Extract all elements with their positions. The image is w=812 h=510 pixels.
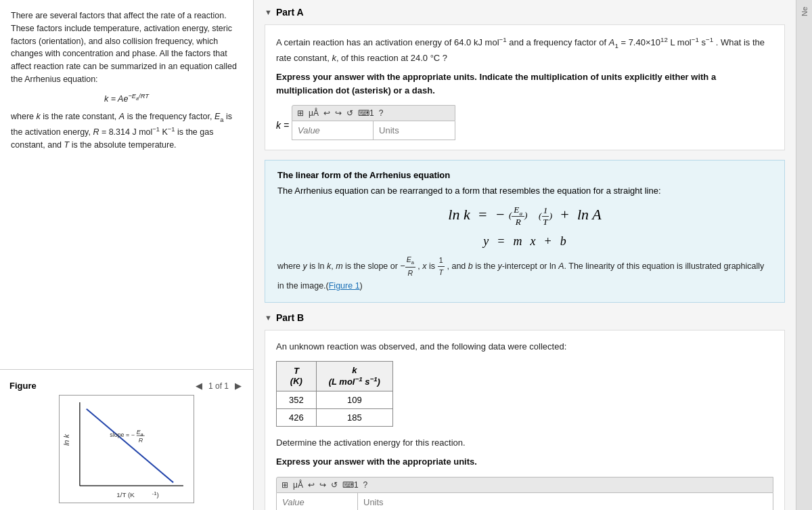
svg-text:1/T (K: 1/T (K: [116, 491, 135, 498]
toolbar-a-units-icon[interactable]: μÅ: [307, 107, 321, 119]
part-b-header[interactable]: ▼ Part B: [265, 312, 785, 323]
figure-link[interactable]: Figure 1: [329, 281, 360, 291]
svg-line-2: [87, 409, 173, 483]
part-a-units-input[interactable]: [374, 121, 455, 140]
toolbar-b: ⊞ μÅ ↩ ↪ ↺ ⌨1 ?: [276, 477, 773, 493]
where-text: where y is ln k, m is the slope or −EaR …: [277, 254, 772, 293]
toolbar-b-units-icon[interactable]: μÅ: [291, 479, 305, 491]
k-label: k =: [276, 105, 289, 131]
toolbar-b-help-button[interactable]: ?: [361, 479, 370, 491]
figure-header: Figure ◀ 1 of 1 ▶: [0, 377, 253, 395]
part-a-label: Part A: [276, 7, 304, 18]
toolbar-b-grid-icon[interactable]: ⊞: [279, 479, 290, 491]
figure-svg: ln k 1/T (K -1 ) slope = − E a R: [60, 396, 194, 503]
svg-text:R: R: [139, 437, 143, 444]
part-b-collapse-icon: ▼: [265, 314, 272, 322]
answer-wrap-b: ⊞ μÅ ↩ ↪ ↺ ⌨1 ?: [276, 477, 773, 510]
y-m-x-b-equation: y = m x + b: [277, 234, 772, 249]
toolbar-a-grid-icon[interactable]: ⊞: [295, 107, 306, 119]
input-group-a: [292, 121, 455, 140]
main-content: ▼ Part A A certain reaction has an activ…: [254, 0, 796, 510]
part-b-box: An unknown reaction was observed, and th…: [265, 330, 785, 510]
figure-area: Figure ◀ 1 of 1 ▶ ln k 1/T (K -1 ): [0, 369, 253, 510]
part-a-value-input[interactable]: [292, 121, 374, 140]
part-a-input-row: k = ⊞ μÅ ↩ ↪ ↺ ⌨1 ?: [276, 105, 773, 140]
table-cell-k2: 185: [316, 408, 392, 426]
part-b-label: Part B: [276, 312, 304, 323]
toolbar-b-undo-button[interactable]: ↩: [306, 479, 317, 491]
toolbar-a-keyboard-button[interactable]: ⌨1: [356, 107, 376, 119]
answer-wrap-a: ⊞ μÅ ↩ ↪ ↺ ⌨1 ?: [292, 105, 455, 140]
table-row: 426 185: [277, 408, 393, 426]
svg-text:ln k: ln k: [62, 434, 70, 446]
part-a-header[interactable]: ▼ Part A: [265, 7, 785, 18]
arrhenius-equation: ln k = − ( Ea R ) ( 1 T ): [277, 205, 772, 228]
right-edge: Ne: [796, 0, 812, 510]
part-a-box: A certain reaction has an activation ene…: [265, 24, 785, 150]
sidebar: There are several factors that affect th…: [0, 0, 254, 510]
toolbar-b-refresh-button[interactable]: ↺: [329, 479, 340, 491]
figure-page: 1 of 1: [208, 381, 229, 391]
svg-text:): ): [156, 491, 158, 498]
part-a-instruction: Express your answer with the appropriate…: [276, 70, 773, 97]
data-table: T(K) k(L mol−1 s−1) 352 109 426 185: [276, 361, 393, 426]
figure-label: Figure: [9, 381, 37, 391]
table-row: 352 109: [277, 391, 393, 408]
toolbar-a-redo-button[interactable]: ↪: [333, 107, 344, 119]
table-cell-k1: 109: [316, 391, 392, 408]
part-a-question: A certain reaction has an activation ene…: [276, 35, 773, 65]
figure-prev-button[interactable]: ◀: [194, 381, 204, 391]
arrhenius-box: The linear form of the Arrhenius equatio…: [265, 160, 785, 303]
right-edge-text: Ne: [800, 7, 809, 16]
input-group-b: [276, 493, 773, 510]
sidebar-text: There are several factors that affect th…: [0, 0, 253, 369]
part-b-question: An unknown reaction was observed, and th…: [276, 340, 773, 354]
sidebar-description: There are several factors that affect th…: [11, 9, 242, 86]
arrhenius-desc: The Arrhenius equation can be rearranged…: [277, 184, 772, 198]
part-b-instruction: Express your answer with the appropriate…: [276, 455, 773, 469]
figure-nav: ◀ 1 of 1 ▶: [194, 381, 244, 391]
svg-text:slope = −: slope = −: [110, 431, 135, 438]
toolbar-a-refresh-button[interactable]: ↺: [344, 107, 355, 119]
figure-next-button[interactable]: ▶: [233, 381, 244, 391]
table-header-k: k(L mol−1 s−1): [316, 362, 392, 391]
part-a-collapse-icon: ▼: [265, 8, 272, 16]
sidebar-description2: where k is the rate constant, A is the f…: [11, 110, 242, 151]
table-cell-T2: 426: [277, 408, 317, 426]
table-header-T: T(K): [277, 362, 317, 391]
arrhenius-title: The linear form of the Arrhenius equatio…: [277, 170, 772, 180]
table-cell-T1: 352: [277, 391, 317, 408]
toolbar-a-undo-button[interactable]: ↩: [321, 107, 332, 119]
part-b-determine-text: Determine the activation energy for this…: [276, 436, 773, 450]
part-b-units-input[interactable]: [358, 493, 439, 510]
sidebar-equation: k = Ae−Ea/RT: [11, 91, 242, 106]
toolbar-a-help-button[interactable]: ?: [377, 107, 386, 119]
part-b-value-input[interactable]: [277, 493, 358, 510]
toolbar-a: ⊞ μÅ ↩ ↪ ↺ ⌨1 ?: [292, 105, 455, 121]
toolbar-b-keyboard-button[interactable]: ⌨1: [340, 479, 361, 491]
toolbar-b-redo-button[interactable]: ↪: [317, 479, 328, 491]
figure-box: ln k 1/T (K -1 ) slope = − E a R: [59, 395, 194, 503]
